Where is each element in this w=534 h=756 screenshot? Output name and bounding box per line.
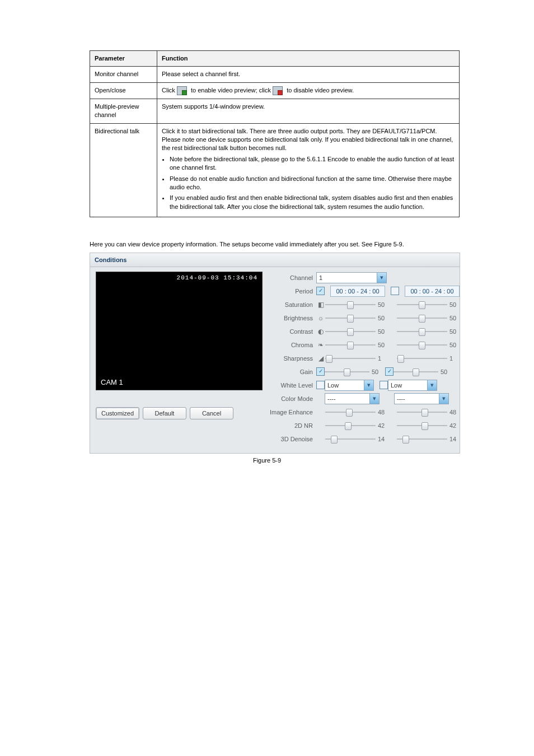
parameter-table: Parameter Function Monitor channel Pleas… bbox=[90, 50, 460, 217]
chevron-down-icon: ▾ bbox=[427, 380, 437, 390]
figure-caption: Figure 5-9 bbox=[90, 457, 444, 464]
saturation-slider-2[interactable] bbox=[397, 300, 447, 310]
table-header-func: Function bbox=[157, 51, 460, 67]
brightness-slider-2[interactable] bbox=[397, 313, 447, 323]
brightness-icon: ☼ bbox=[316, 314, 325, 322]
conditions-window: Conditions 2014-09-03 15:34:04 CAM 1 Cus… bbox=[90, 253, 460, 454]
chroma-slider-1[interactable] bbox=[325, 340, 376, 350]
window-title: Conditions bbox=[95, 256, 127, 263]
video-preview: 2014-09-03 15:34:04 CAM 1 bbox=[96, 272, 263, 390]
table-row: Bidirectional talk Click it to start bid… bbox=[90, 123, 460, 217]
sharpness-slider-2[interactable] bbox=[397, 353, 447, 363]
period-checkbox-1[interactable] bbox=[316, 287, 325, 295]
saturation-slider-1[interactable] bbox=[325, 300, 376, 310]
period-checkbox-2[interactable] bbox=[391, 287, 399, 295]
chroma-slider-2[interactable] bbox=[397, 340, 447, 350]
channel-select[interactable]: 1 ▾ bbox=[316, 272, 387, 283]
gain-slider-2[interactable] bbox=[394, 367, 438, 377]
customized-button[interactable]: Customized bbox=[96, 407, 139, 419]
nr2d-slider-2[interactable] bbox=[397, 421, 447, 431]
gain-slider-1[interactable] bbox=[325, 367, 369, 377]
sharpness-icon: ◢ bbox=[316, 354, 325, 362]
gain-checkbox-1[interactable] bbox=[316, 367, 325, 376]
nr3d-slider-2[interactable] bbox=[397, 434, 447, 444]
preview-enable-icon bbox=[177, 86, 187, 95]
contrast-slider-2[interactable] bbox=[397, 326, 447, 337]
nr2d-slider-1[interactable] bbox=[325, 421, 376, 431]
chevron-down-icon: ▾ bbox=[377, 273, 386, 283]
table-header-param: Parameter bbox=[90, 51, 157, 67]
table-row: Open/close Click to enable video preview… bbox=[90, 82, 460, 99]
contrast-slider-1[interactable] bbox=[325, 326, 376, 337]
sharpness-slider-1[interactable] bbox=[325, 353, 376, 363]
period-time-2[interactable]: 00 : 00 - 24 : 00 bbox=[405, 286, 460, 297]
window-titlebar: Conditions bbox=[90, 253, 460, 267]
channel-label: Channel bbox=[267, 274, 316, 281]
period-label: Period bbox=[267, 288, 316, 295]
preview-timestamp: 2014-09-03 15:34:04 bbox=[177, 274, 257, 281]
gain-checkbox-2[interactable] bbox=[385, 367, 394, 376]
white-checkbox-2[interactable] bbox=[380, 381, 388, 389]
colormode-select-1[interactable]: ----▾ bbox=[325, 393, 380, 404]
cancel-button[interactable]: Cancel bbox=[190, 407, 233, 419]
table-row: Monitor channel Please select a channel … bbox=[90, 67, 460, 82]
nr3d-slider-1[interactable] bbox=[325, 434, 376, 444]
enhance-slider-2[interactable] bbox=[397, 407, 447, 417]
chroma-icon: ❧ bbox=[316, 341, 325, 349]
enhance-slider-1[interactable] bbox=[325, 407, 376, 417]
white-checkbox-1[interactable] bbox=[316, 381, 325, 389]
body-paragraph: Here you can view device property inform… bbox=[90, 240, 444, 249]
default-button[interactable]: Default bbox=[143, 407, 186, 419]
preview-disable-icon bbox=[273, 86, 283, 95]
period-time-1[interactable]: 00 : 00 - 24 : 00 bbox=[330, 286, 385, 297]
brightness-slider-1[interactable] bbox=[325, 313, 376, 323]
white-select-2[interactable]: Low▾ bbox=[388, 380, 437, 391]
colormode-select-2[interactable]: ----▾ bbox=[394, 393, 449, 404]
white-select-1[interactable]: Low▾ bbox=[325, 380, 374, 391]
contrast-icon: ◐ bbox=[316, 328, 325, 335]
chevron-down-icon: ▾ bbox=[369, 394, 379, 404]
chevron-down-icon: ▾ bbox=[439, 394, 448, 404]
chevron-down-icon: ▾ bbox=[364, 380, 373, 390]
table-row: Multiple-preview channel System supports… bbox=[90, 99, 460, 123]
saturation-icon: ◧ bbox=[316, 301, 325, 309]
camera-label: CAM 1 bbox=[101, 378, 123, 386]
